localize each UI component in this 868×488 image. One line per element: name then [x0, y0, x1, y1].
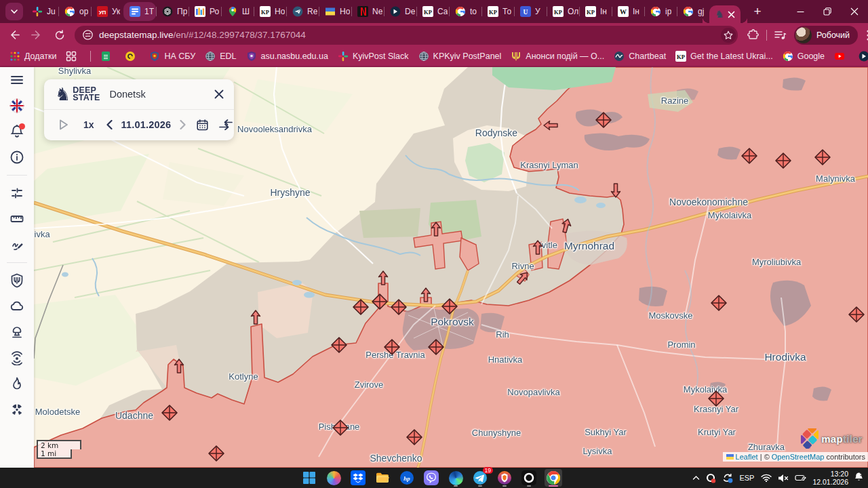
taskbar-chrome-button[interactable] — [545, 469, 562, 487]
tray-recorder-icon[interactable] — [706, 473, 716, 483]
forward-button[interactable] — [27, 26, 46, 45]
bookmark-11[interactable]: Анонси подій — О... — [511, 51, 604, 62]
tray-chevron-up-icon[interactable] — [692, 475, 700, 481]
clash-marker[interactable] — [390, 298, 408, 316]
sidebar-mushroom-button[interactable] — [0, 319, 34, 345]
taskbar-clock[interactable]: 13:20 12.01.2026 — [812, 470, 848, 486]
volume-muted-icon[interactable] — [778, 474, 789, 483]
sidebar-cloud-button[interactable] — [0, 293, 34, 319]
clash-marker[interactable] — [427, 338, 445, 356]
clash-marker[interactable] — [161, 404, 178, 422]
omnibox[interactable]: deepstatemap.live/en/#12/48.2997478/37.1… — [75, 26, 738, 45]
wifi-icon[interactable] — [761, 474, 772, 482]
reload-button[interactable] — [50, 26, 69, 45]
sidebar-hamburger-button[interactable] — [0, 67, 34, 93]
bookmark-16[interactable]: DeepL Translate | H... — [859, 51, 868, 62]
clash-marker[interactable] — [383, 338, 401, 356]
sidebar-bell-button[interactable] — [0, 119, 34, 144]
media-controls-button[interactable] — [771, 26, 790, 45]
bookmark-9[interactable]: KyivPost Slack — [338, 51, 409, 62]
bookmark-1[interactable]: Додатки — [9, 51, 56, 62]
sidebar-info-button[interactable] — [0, 144, 34, 170]
clash-marker[interactable] — [814, 148, 831, 166]
tab-2[interactable]: op — [58, 0, 91, 23]
bookmark-2[interactable] — [66, 51, 81, 62]
map-canvas[interactable]: ShylivkaNovooleksandrivkaRodynskeRazineH… — [34, 67, 868, 468]
tab-search-button[interactable] — [5, 3, 23, 20]
tab-18[interactable]: KPІн — [579, 0, 612, 23]
bookmark-13[interactable]: KPGet the Latest Ukrai... — [675, 51, 773, 62]
bookmark-5[interactable] — [125, 51, 140, 62]
sidebar-ruler-button[interactable] — [0, 206, 34, 232]
jump-to-latest-button[interactable] — [219, 119, 233, 130]
window-minimize-button[interactable] — [787, 0, 814, 23]
tab-11[interactable]: Ne — [351, 0, 384, 23]
clash-marker[interactable] — [848, 306, 865, 323]
tab-10[interactable]: Но — [319, 0, 351, 23]
osm-link[interactable]: OpenStreetMap — [772, 453, 825, 461]
sidebar-sliders-button[interactable] — [0, 180, 34, 206]
bookmark-star-button[interactable] — [721, 28, 736, 43]
previous-date-button[interactable] — [106, 120, 113, 129]
clash-marker[interactable] — [352, 298, 370, 316]
clash-marker[interactable] — [741, 147, 758, 165]
new-tab-button[interactable]: + — [749, 3, 766, 20]
back-button[interactable] — [4, 26, 23, 45]
active-tab[interactable]: ♞ — [709, 5, 741, 23]
sidebar-tridentshield-button[interactable] — [0, 268, 34, 293]
bookmark-15[interactable] — [834, 51, 849, 62]
tab-6[interactable]: Ро — [189, 0, 221, 23]
extensions-button[interactable] — [743, 26, 762, 45]
tab-12[interactable]: De — [384, 0, 416, 23]
bookmark-8[interactable]: asu.nasbu.edu.ua — [246, 51, 328, 62]
play-button[interactable] — [59, 119, 68, 130]
tab-20[interactable]: ip — [644, 0, 677, 23]
panel-close-button[interactable] — [214, 89, 224, 100]
battery-icon[interactable] — [795, 474, 806, 482]
sidebar-radar-button[interactable] — [0, 345, 34, 371]
tab-close-icon[interactable] — [728, 11, 735, 18]
profile-chip[interactable]: Робочий — [794, 26, 858, 45]
sidebar-ukflag-button[interactable] — [0, 93, 34, 119]
taskbar-telegram-button[interactable]: 19 — [471, 469, 489, 487]
browser-menu-button[interactable] — [859, 26, 868, 45]
sidebar-radiation-button[interactable] — [0, 396, 34, 422]
clash-marker[interactable] — [595, 111, 612, 129]
playback-speed[interactable]: 1x — [83, 119, 94, 130]
clash-marker[interactable] — [332, 419, 349, 436]
leaflet-link[interactable]: Leaflet — [736, 453, 758, 461]
tab-3[interactable]: УПУк — [91, 0, 123, 23]
taskbar-ring-button[interactable] — [520, 469, 538, 487]
clash-marker[interactable] — [208, 445, 225, 462]
taskbar-brave-button[interactable] — [496, 469, 513, 487]
clash-marker[interactable] — [406, 428, 423, 446]
bookmark-12[interactable]: Chartbeat — [614, 51, 666, 62]
clash-marker[interactable] — [707, 390, 725, 407]
taskbar-viber-button[interactable] — [422, 469, 440, 487]
tab-15[interactable]: KPТо — [481, 0, 514, 23]
tab-5[interactable]: Пр — [156, 0, 189, 23]
taskbar-copilot-button[interactable] — [325, 469, 342, 487]
tab-19[interactable]: WІн — [612, 0, 644, 23]
tab-1[interactable]: Ju — [26, 0, 58, 23]
site-info-icon[interactable] — [79, 26, 96, 44]
tab-9[interactable]: Re — [286, 0, 319, 23]
taskbar-edge-button[interactable] — [447, 469, 465, 487]
taskbar-start-button[interactable] — [300, 469, 318, 487]
tab-7[interactable]: Ш — [221, 0, 254, 23]
clash-marker[interactable] — [371, 293, 389, 310]
sidebar-flame-button[interactable] — [0, 371, 34, 396]
selected-date[interactable]: 11.01.2026 — [121, 119, 172, 130]
taskbar-hp-button[interactable]: hp — [398, 469, 416, 487]
maptiler-logo[interactable]: maptiler — [801, 428, 863, 449]
clash-marker[interactable] — [441, 298, 458, 315]
calendar-button[interactable] — [197, 119, 208, 131]
tray-sync-icon[interactable] — [722, 473, 733, 483]
url-text[interactable]: deepstatemap.live/en/#12/48.2997478/37.1… — [99, 30, 306, 40]
tab-14[interactable]: to — [449, 0, 481, 23]
taskbar-folder-button[interactable] — [374, 469, 391, 487]
clash-marker[interactable] — [330, 336, 348, 354]
bookmark-10[interactable]: KPKyiv PostPanel — [418, 51, 502, 62]
bookmark-6[interactable]: НА СБУ — [149, 51, 195, 62]
clash-marker[interactable] — [774, 152, 792, 169]
